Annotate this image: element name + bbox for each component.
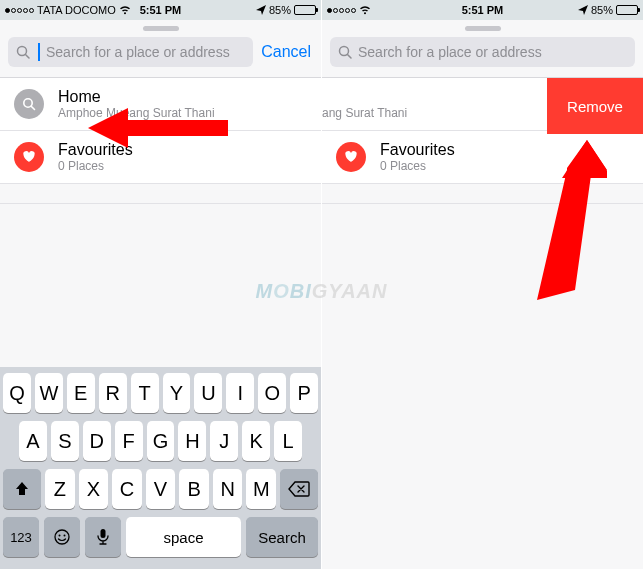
row-title: ne <box>322 88 407 106</box>
key[interactable]: W <box>35 373 63 413</box>
key[interactable]: N <box>213 469 243 509</box>
status-right: 85% <box>578 4 638 16</box>
row-title: Favourites <box>380 141 455 159</box>
key[interactable]: B <box>179 469 209 509</box>
search-input[interactable] <box>46 44 245 60</box>
status-left <box>327 5 371 15</box>
row-subtitle: 0 Places <box>380 159 455 173</box>
search-field[interactable] <box>8 37 253 67</box>
key[interactable]: P <box>290 373 318 413</box>
space-key[interactable]: space <box>126 517 241 557</box>
phone-right: 5:51 PM 85% ne <box>322 0 643 569</box>
key[interactable]: G <box>147 421 175 461</box>
location-arrow-icon <box>256 5 266 15</box>
key[interactable]: V <box>146 469 176 509</box>
remove-button[interactable]: Remove <box>547 78 643 134</box>
list-footer <box>322 184 643 204</box>
key[interactable]: A <box>19 421 47 461</box>
row-subtitle: Amphoe Mueang Surat Thani <box>58 106 215 120</box>
status-bar: 5:51 PM 85% <box>322 0 643 20</box>
status-right: 85% <box>256 4 316 16</box>
row-title: Favourites <box>58 141 133 159</box>
keyboard[interactable]: Q W E R T Y U I O P A S D F G H J K L Z <box>0 367 321 569</box>
key[interactable]: L <box>274 421 302 461</box>
key[interactable]: S <box>51 421 79 461</box>
key[interactable]: I <box>226 373 254 413</box>
key[interactable]: H <box>178 421 206 461</box>
status-left: TATA DOCOMO <box>5 4 131 16</box>
blank-area <box>322 204 643 569</box>
row-subtitle: 0 Places <box>58 159 133 173</box>
key[interactable]: Y <box>163 373 191 413</box>
row-title: Home <box>58 88 215 106</box>
key[interactable]: T <box>131 373 159 413</box>
results-list: Home Amphoe Mueang Surat Thani Favourite… <box>0 78 321 184</box>
cancel-button[interactable]: Cancel <box>261 43 313 61</box>
key[interactable]: R <box>99 373 127 413</box>
keyboard-row-4: 123 space Search <box>3 517 318 557</box>
list-row-home[interactable]: Home Amphoe Mueang Surat Thani <box>0 78 321 131</box>
search-sheet: ne oe Mueang Surat Thani Favourites 0 Pl… <box>322 20 643 569</box>
search-icon <box>338 45 352 59</box>
svg-point-8 <box>64 535 66 537</box>
sheet-handle[interactable] <box>143 26 179 31</box>
signal-dots <box>327 8 356 13</box>
key[interactable]: K <box>242 421 270 461</box>
key[interactable]: C <box>112 469 142 509</box>
sheet-handle[interactable] <box>465 26 501 31</box>
svg-line-3 <box>31 106 34 109</box>
svg-rect-9 <box>101 529 106 538</box>
svg-line-1 <box>26 55 30 59</box>
battery-percent: 85% <box>591 4 613 16</box>
search-row: Cancel <box>0 37 321 78</box>
keyboard-row-3: Z X C V B N M <box>3 469 318 509</box>
key[interactable]: F <box>115 421 143 461</box>
svg-line-11 <box>348 55 352 59</box>
battery-percent: 85% <box>269 4 291 16</box>
signal-dots <box>5 8 34 13</box>
keyboard-row-1: Q W E R T Y U I O P <box>3 373 318 413</box>
search-icon <box>16 45 30 59</box>
heart-icon <box>14 142 44 172</box>
key[interactable]: X <box>79 469 109 509</box>
battery-icon <box>294 5 316 15</box>
shift-key[interactable] <box>3 469 41 509</box>
heart-icon <box>336 142 366 172</box>
svg-point-6 <box>55 530 69 544</box>
emoji-key[interactable] <box>44 517 80 557</box>
battery-icon <box>616 5 638 15</box>
key[interactable]: D <box>83 421 111 461</box>
key[interactable]: E <box>67 373 95 413</box>
key[interactable]: O <box>258 373 286 413</box>
row-subtitle: oe Mueang Surat Thani <box>322 106 407 120</box>
carrier-label: TATA DOCOMO <box>37 4 116 16</box>
keyboard-row-2: A S D F G H J K L <box>3 421 318 461</box>
numbers-key[interactable]: 123 <box>3 517 39 557</box>
text-cursor <box>38 43 40 61</box>
status-bar: TATA DOCOMO 5:51 PM 85% <box>0 0 321 20</box>
recent-search-icon <box>14 89 44 119</box>
search-field[interactable] <box>330 37 635 67</box>
list-row-favourites[interactable]: Favourites 0 Places <box>0 131 321 184</box>
key[interactable]: M <box>246 469 276 509</box>
search-row <box>322 37 643 78</box>
backspace-key[interactable] <box>280 469 318 509</box>
key[interactable]: Q <box>3 373 31 413</box>
wifi-icon <box>359 5 371 15</box>
svg-point-7 <box>59 535 61 537</box>
mic-key[interactable] <box>85 517 121 557</box>
search-key[interactable]: Search <box>246 517 318 557</box>
location-arrow-icon <box>578 5 588 15</box>
list-row-favourites[interactable]: Favourites 0 Places <box>322 131 643 184</box>
list-footer <box>0 184 321 204</box>
search-input[interactable] <box>358 44 627 60</box>
wifi-icon <box>119 5 131 15</box>
key[interactable]: J <box>210 421 238 461</box>
remove-label: Remove <box>567 98 623 115</box>
key[interactable]: U <box>194 373 222 413</box>
phone-left: TATA DOCOMO 5:51 PM 85% <box>0 0 321 569</box>
key[interactable]: Z <box>45 469 75 509</box>
